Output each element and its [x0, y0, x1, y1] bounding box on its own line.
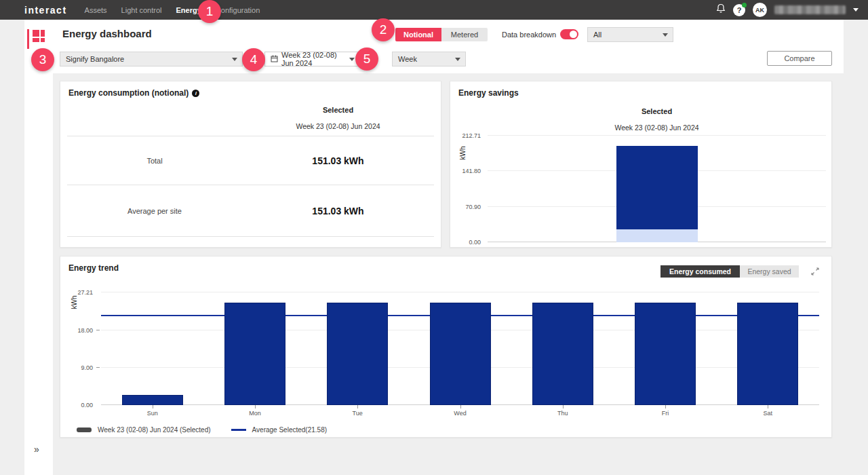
help-notification-dot — [742, 3, 747, 7]
help-glyph: ? — [737, 6, 742, 14]
trend-bar-wed[interactable] — [430, 303, 491, 405]
site-dropdown-value: Signify Bangalore — [66, 55, 124, 63]
savings-card-title: Energy savings — [458, 88, 519, 98]
calendar-icon — [271, 55, 278, 64]
interact-logo[interactable]: interact — [24, 5, 67, 16]
metered-button[interactable]: Metered — [441, 28, 488, 41]
period-dropdown[interactable]: Week 23 (02-08) Jun 2024 — [264, 52, 360, 66]
period-dropdown-value: Week 23 (02-08) Jun 2024 — [281, 51, 344, 67]
marker-number: 3 — [39, 52, 47, 67]
page-title: Energy dashboard — [62, 28, 152, 39]
x-tickmark — [153, 405, 153, 408]
active-nav-accent-bar — [27, 29, 29, 49]
selected-period-label: Week 23 (02-08) Jun 2024 — [242, 122, 434, 130]
bar-segment-base — [616, 229, 698, 242]
nav-item-light-control[interactable]: Light control — [121, 6, 162, 14]
nav-item-configuration[interactable]: Configuration — [216, 6, 260, 14]
y-tick-label: 0.00 — [469, 239, 481, 246]
x-axis-label: Mon — [235, 410, 275, 417]
dashboard-grid-icon[interactable] — [33, 30, 45, 42]
scope-dropdown[interactable]: All — [587, 27, 673, 42]
average-per-site-label: Average per site — [67, 207, 242, 215]
top-navbar: interact Assets Light control Energy Con… — [0, 0, 868, 20]
x-axis-label: Wed — [440, 410, 481, 417]
data-breakdown-label: Data breakdown — [502, 31, 556, 39]
trend-bar-sun[interactable] — [122, 395, 183, 405]
energy-dashboard-page: interact Assets Light control Energy Con… — [0, 0, 868, 475]
user-avatar[interactable]: AK — [753, 3, 767, 17]
user-menu-chevron-down-icon[interactable] — [853, 8, 859, 12]
annotation-marker-3: 3 — [31, 48, 54, 71]
x-tickmark — [665, 405, 666, 408]
table-header-row: Selected Week 23 (02-08) Jun 2024 — [67, 100, 434, 136]
energy-trend-card: Energy trend Energy consumed Energy save… — [60, 256, 832, 438]
x-tickmark — [460, 405, 461, 408]
savings-yticks: 0.0070.90141.80212.71 — [454, 136, 484, 242]
left-sidebar: » — [24, 20, 53, 475]
trend-bar-thu[interactable] — [532, 303, 593, 405]
y-tickmark — [96, 330, 100, 330]
x-tickmark — [768, 405, 768, 408]
consumption-card-title: Energy consumption (notional) i — [68, 88, 199, 98]
dashboard-header: Energy dashboard Notional Metered Data b… — [24, 20, 844, 73]
data-breakdown-toggle[interactable] — [560, 29, 578, 39]
info-icon[interactable]: i — [192, 90, 199, 97]
notifications-bell-icon[interactable] — [716, 3, 726, 16]
annotation-marker-4: 4 — [242, 48, 265, 71]
trend-bar-fri[interactable] — [635, 303, 696, 405]
y-tick-label: 141.80 — [462, 168, 481, 174]
granularity-dropdown[interactable]: Week — [392, 52, 466, 66]
scope-dropdown-value: All — [593, 31, 601, 39]
y-tick-label: 9.00 — [81, 364, 93, 371]
y-tick-label: 0.00 — [81, 402, 93, 408]
legend-bar-swatch — [77, 428, 92, 432]
legend-item-average: Average Selected(21.58) — [231, 426, 327, 434]
notional-button[interactable]: Notional — [395, 28, 441, 41]
chevron-down-icon — [663, 33, 668, 37]
trend-bar-sat[interactable] — [737, 303, 798, 405]
energy-saved-button[interactable]: Energy saved — [740, 265, 799, 278]
y-tick-label: 70.90 — [465, 204, 481, 210]
trend-bar-tue[interactable] — [327, 303, 388, 405]
help-icon[interactable]: ? — [733, 4, 745, 16]
sidebar-expand-icon[interactable]: » — [34, 444, 39, 455]
annotation-marker-1: 1 — [198, 0, 221, 23]
x-axis-label: Sat — [747, 410, 788, 417]
x-axis-label: Sun — [132, 410, 173, 417]
consumption-table: Selected Week 23 (02-08) Jun 2024 Total … — [67, 100, 434, 237]
energy-savings-card: Energy savings Selected Week 23 (02-08) … — [450, 81, 832, 248]
trend-bar-mon[interactable] — [224, 303, 285, 405]
trend-yticks: 0.009.0018.0027.21 — [60, 292, 96, 405]
nav-item-assets[interactable]: Assets — [85, 6, 107, 14]
chevron-down-icon — [349, 58, 355, 61]
trend-legend: Week 23 (02-08) Jun 2024 (Selected) Aver… — [77, 426, 327, 434]
expand-icon[interactable] — [810, 267, 820, 279]
x-tickmark — [357, 405, 358, 408]
grid-tile — [33, 38, 39, 42]
grid-tile — [41, 30, 45, 37]
toggle-knob — [570, 31, 577, 38]
x-axis-label: Fri — [645, 410, 686, 417]
grid-tile — [41, 38, 45, 42]
y-tick-label: 27.21 — [77, 289, 93, 296]
total-value: 151.03 kWh — [242, 155, 434, 166]
average-per-site-value: 151.03 kWh — [242, 206, 434, 216]
savings-plot — [488, 136, 826, 242]
legend-label: Average Selected(21.58) — [252, 426, 327, 434]
trend-card-title: Energy trend — [68, 263, 119, 273]
savings-title-text: Energy savings — [458, 88, 519, 98]
compare-button[interactable]: Compare — [767, 51, 832, 66]
consumption-title-text: Energy consumption (notional) — [68, 88, 189, 98]
trend-plot: SunMonTueWedThuFriSat — [101, 292, 819, 405]
trend-series-toggle: Energy consumed Energy saved — [660, 265, 799, 278]
savings-bar[interactable] — [616, 136, 698, 242]
grid-tile — [33, 30, 39, 37]
marker-number: 1 — [206, 4, 214, 19]
energy-consumed-button[interactable]: Energy consumed — [660, 265, 740, 278]
x-tickmark — [255, 405, 256, 408]
site-dropdown[interactable]: Signify Bangalore — [60, 52, 243, 66]
total-label: Total — [67, 157, 242, 165]
selected-period-label: Week 23 (02-08) Jun 2024 — [488, 124, 826, 132]
marker-number: 2 — [380, 22, 387, 37]
legend-item-selected-week: Week 23 (02-08) Jun 2024 (Selected) — [77, 426, 211, 434]
